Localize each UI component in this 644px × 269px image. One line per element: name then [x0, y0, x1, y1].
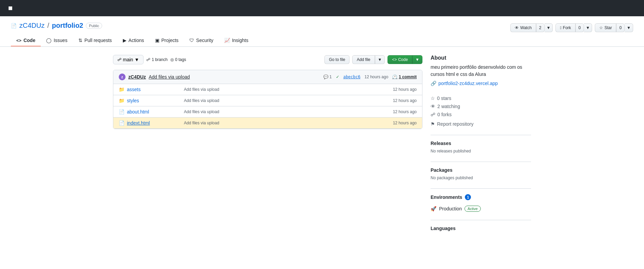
tab-insights[interactable]: 📈 Insights	[219, 35, 254, 46]
tab-insights-label: Insights	[232, 38, 248, 43]
languages-title: Languages	[431, 226, 531, 231]
file-commit-msg: Add files via upload	[184, 121, 390, 125]
tab-issues[interactable]: ◯ Issues	[41, 35, 73, 46]
file-commit-msg: Add files via upload	[184, 87, 390, 92]
branch-name: main	[123, 57, 133, 62]
add-file-button[interactable]: Add file	[352, 55, 375, 64]
branch-selector[interactable]: ☍ main ▼	[113, 55, 144, 64]
play-icon: ▶	[123, 38, 127, 43]
rocket-icon: 🚀	[431, 206, 436, 211]
tab-pull-requests-label: Pull requests	[84, 38, 112, 43]
tab-actions[interactable]: ▶ Actions	[117, 35, 150, 46]
tag-count-link[interactable]: ◎ 0 tags	[170, 57, 186, 62]
star-icon: ☆	[599, 25, 603, 30]
star-button-group: ☆ Star 0 ▼	[595, 23, 633, 32]
file-commit-msg: Add files via upload	[184, 98, 390, 103]
file-commit-msg: Add files via upload	[184, 109, 390, 114]
commit-meta: 💬 1 ✓ abecbc6 12 hours ago 🕐 1 commit	[323, 75, 417, 79]
tab-pull-requests[interactable]: ⇅ Pull requests	[73, 35, 117, 46]
fork-icon: 	[560, 25, 561, 30]
fork-stat-icon: ☍	[431, 112, 435, 117]
stars-count: 0 stars	[437, 96, 451, 101]
about-link[interactable]: 🔗 portfolio2-zc4duz.vercel.app	[431, 81, 531, 86]
repo-nav: <> Code ◯ Issues ⇅ Pull requests ▶ Actio…	[11, 35, 633, 46]
fork-dropdown[interactable]: ▼	[584, 23, 592, 32]
link-icon: 🔗	[431, 81, 436, 86]
check-icon: ✓	[336, 75, 339, 79]
file-name-link[interactable]: styles	[127, 98, 181, 103]
commit-history-link[interactable]: 🕐 1 commit	[392, 75, 417, 79]
watch-button[interactable]: 👁 Watch	[510, 23, 536, 32]
report-label: Report repository	[437, 121, 473, 127]
code-group: <> Code ▼	[387, 55, 422, 64]
chevron-down-icon: ▼	[134, 57, 139, 62]
star-count[interactable]: 0	[616, 23, 625, 32]
file-time: 12 hours ago	[393, 87, 417, 92]
go-to-file-button[interactable]: Go to file	[324, 55, 349, 64]
pull-request-icon: ⇅	[78, 38, 82, 43]
forks-stat: ☍ 0 forks	[431, 110, 531, 119]
production-link[interactable]: Production	[439, 206, 462, 211]
file-doc-icon: 📄	[119, 109, 124, 115]
commit-header: z zC4DUz Add files via upload 💬 1 ✓ abec…	[113, 70, 422, 84]
circle-icon: ◯	[46, 38, 52, 43]
tab-code[interactable]: <> Code	[11, 35, 41, 46]
about-description: meu primeiro portfólio desenvolvido com …	[431, 64, 531, 78]
repo-name[interactable]: portfolio2	[52, 22, 83, 29]
tab-actions-label: Actions	[129, 38, 144, 43]
branch-count-link[interactable]: ☍ 1 branch	[146, 57, 168, 62]
commit-time: 12 hours ago	[364, 75, 388, 79]
shield-icon: 🛡	[189, 38, 194, 43]
commit-message-link[interactable]: Add files via upload	[149, 74, 190, 80]
branch-count-icon: ☍	[146, 57, 150, 62]
add-file-dropdown[interactable]: ▼	[375, 55, 385, 64]
table-row: 📄 indext.html Add files via upload 12 ho…	[113, 118, 422, 129]
fork-count[interactable]: 0	[575, 23, 584, 32]
repo-owner[interactable]: zC4DUz	[19, 22, 44, 29]
add-file-label: Add file	[357, 57, 370, 62]
code-icon: <>	[16, 38, 21, 43]
table-row: 📁 assets Add files via upload 12 hours a…	[113, 84, 422, 95]
tab-security[interactable]: 🛡 Security	[184, 35, 219, 46]
tag-count-value: 0 tags	[175, 57, 186, 62]
packages-title: Packages	[431, 167, 531, 173]
repo-title: 📄 zC4DUz / portfolio2 Public	[11, 22, 102, 29]
star-dropdown[interactable]: ▼	[625, 23, 633, 32]
watch-count-value: 2	[539, 25, 542, 30]
tab-projects-label: Projects	[162, 38, 179, 43]
packages-section: Packages No packages published	[431, 167, 531, 180]
report-repository-link[interactable]: ⚑ Report repository	[431, 121, 531, 127]
star-button[interactable]: ☆ Star	[595, 23, 616, 32]
environments-title: Environments 1	[431, 194, 471, 200]
watch-dropdown[interactable]: ▼	[545, 23, 553, 32]
divider-1	[431, 135, 531, 135]
releases-section: Releases No releases published	[431, 141, 531, 153]
code-button[interactable]: <> Code	[387, 55, 412, 64]
forks-count: 0 forks	[437, 112, 452, 117]
env-count-badge: 1	[465, 194, 471, 200]
code-brackets-icon: <>	[392, 57, 397, 62]
star-count-value: 0	[619, 25, 622, 30]
repo-icon: 📄	[11, 23, 17, 28]
graph-icon: 📈	[224, 38, 230, 43]
go-to-file-label: Go to file	[329, 57, 345, 62]
tab-security-label: Security	[196, 38, 213, 43]
tab-projects[interactable]: ▣ Projects	[150, 35, 184, 46]
env-title-text: Environments	[431, 194, 462, 200]
file-name-link[interactable]: assets	[127, 87, 181, 92]
fork-button[interactable]:  Fork	[555, 23, 575, 32]
releases-title: Releases	[431, 141, 531, 146]
commit-sha-link[interactable]: abecbc6	[343, 75, 361, 79]
folder-icon: 📁	[119, 87, 124, 92]
file-doc-icon: 📄	[119, 120, 124, 126]
watch-count[interactable]: 2	[536, 23, 545, 32]
file-name-link[interactable]: about.html	[127, 109, 181, 115]
branch-count-value: 1 branch	[152, 57, 168, 62]
commit-author-link[interactable]: zC4DUz	[128, 74, 146, 80]
table-icon: ▣	[155, 38, 159, 43]
divider-2	[431, 162, 531, 162]
languages-section: Languages	[431, 226, 531, 231]
code-dropdown[interactable]: ▼	[412, 55, 422, 64]
commit-history-value: 1 commit	[399, 75, 417, 79]
file-name-link-highlighted[interactable]: indext.html	[127, 120, 181, 126]
